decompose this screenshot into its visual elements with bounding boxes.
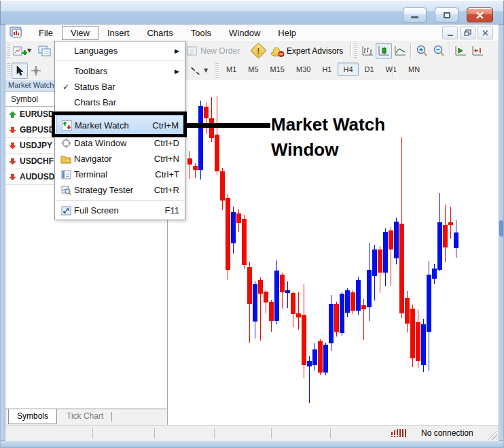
- timeframe-m1[interactable]: M1: [221, 63, 242, 76]
- menu-item-navigator[interactable]: NavigatorCtrl+N: [55, 151, 185, 167]
- scrollbar-thumb[interactable]: [499, 220, 503, 237]
- bar-chart-button[interactable]: [359, 43, 376, 59]
- chart-close-button[interactable]: [478, 27, 493, 39]
- new-chart-button[interactable]: [12, 43, 28, 59]
- new-order-label[interactable]: New Order: [200, 43, 240, 59]
- auto-scroll-button[interactable]: [452, 43, 469, 59]
- minimize-button[interactable]: [403, 7, 427, 22]
- candle-body: [258, 280, 263, 294]
- timeframe-m30[interactable]: M30: [291, 63, 316, 76]
- menu-item-languages[interactable]: Languages▶: [55, 43, 185, 58]
- navigator-icon: [58, 154, 74, 164]
- candle-body: [307, 361, 312, 366]
- symbol-name: AUDUSD: [20, 172, 54, 182]
- close-button[interactable]: [467, 7, 493, 22]
- new-order-button[interactable]: [184, 43, 200, 59]
- menu-charts[interactable]: Charts: [138, 26, 181, 40]
- alert-icon[interactable]: !: [250, 42, 266, 58]
- connection-signal-icon: [391, 429, 408, 438]
- menu-item-toolbars[interactable]: Toolbars▶: [55, 63, 185, 79]
- menu-item-strategy-tester[interactable]: Strategy TesterCtrl+R: [55, 182, 185, 198]
- candle-body: [236, 213, 241, 223]
- menu-tools[interactable]: Tools: [182, 26, 220, 40]
- candle-body: [405, 298, 410, 324]
- timeframe-d1[interactable]: D1: [359, 63, 380, 76]
- menu-view[interactable]: View: [62, 26, 98, 40]
- candle-body: [389, 230, 393, 249]
- new-order-icon: [186, 46, 198, 56]
- zoom-out-button[interactable]: [431, 43, 447, 59]
- menu-item-data-window[interactable]: Data WindowCtrl+D: [55, 135, 185, 151]
- menu-item-label: Charts Bar: [74, 97, 116, 107]
- timeframe-w1[interactable]: W1: [380, 63, 403, 76]
- line-chart-button[interactable]: [392, 43, 408, 59]
- toolbar-drag-handle[interactable]: [354, 43, 357, 58]
- menu-item-charts-bar[interactable]: Charts Bar: [55, 94, 185, 110]
- menu-item-label: Status Bar: [74, 82, 115, 92]
- new-chart-dropdown[interactable]: ▼: [27, 43, 31, 58]
- menu-item-full-screen[interactable]: Full ScreenF11: [55, 203, 185, 218]
- profiles-icon: [38, 46, 52, 56]
- line-chart-icon: [394, 46, 406, 56]
- menu-window[interactable]: Window: [220, 26, 269, 40]
- menu-insert[interactable]: Insert: [98, 26, 139, 40]
- menu-item-label: Strategy Tester: [74, 185, 133, 195]
- status-bar: No connection: [5, 425, 499, 441]
- menu-file[interactable]: File: [30, 26, 62, 40]
- candle-body: [454, 232, 458, 248]
- candle-body: [215, 135, 219, 171]
- title-bar[interactable]: [0, 0, 504, 24]
- candle-wick: [298, 292, 299, 330]
- resize-grip[interactable]: [488, 430, 497, 440]
- candle-body: [340, 294, 344, 333]
- menu-help[interactable]: Help: [269, 26, 305, 40]
- timeframe-h4[interactable]: H4: [338, 63, 358, 76]
- candle-body: [372, 249, 377, 276]
- timeframe-h1[interactable]: H1: [317, 63, 337, 76]
- statusbar-separator: [271, 428, 272, 438]
- menu-separator: [55, 198, 185, 203]
- statusbar-separator: [92, 428, 93, 438]
- tab-symbols[interactable]: Symbols: [8, 409, 57, 424]
- candle-body: [350, 292, 355, 311]
- timeframe-mn[interactable]: MN: [403, 63, 425, 76]
- menu-separator: [55, 58, 185, 63]
- candlestick-chart-button[interactable]: [376, 43, 392, 59]
- tab-tick-chart[interactable]: Tick Chart: [58, 409, 111, 424]
- menu-item-label: Navigator: [74, 154, 112, 164]
- toolbar-drag-handle[interactable]: [7, 63, 10, 78]
- timeframe-m15[interactable]: M15: [265, 63, 290, 76]
- toolbar-drag-handle[interactable]: [7, 43, 10, 58]
- candle-body: [253, 284, 257, 322]
- chart-minimize-button[interactable]: [442, 27, 458, 39]
- arrow-down-icon: [9, 158, 16, 165]
- timeframe-toolbar: M1M5M15M30H1H4D1W1MN: [221, 63, 426, 76]
- indicators-dropdown[interactable]: ▼: [204, 63, 208, 78]
- statusbar-separator: [330, 428, 331, 438]
- maximize-icon: [444, 12, 450, 18]
- submenu-arrow-icon: ▶: [175, 48, 179, 54]
- expert-advisors-button[interactable]: [269, 43, 285, 59]
- indicators-button[interactable]: [187, 63, 204, 79]
- cursor-button[interactable]: [12, 63, 28, 79]
- chart-shift-button[interactable]: [469, 43, 486, 59]
- maximize-button[interactable]: [435, 7, 458, 22]
- annotation-text-line2: Window: [271, 137, 385, 162]
- chart-shift-icon: [471, 46, 484, 56]
- candle-body: [334, 304, 339, 332]
- toolbar-drag-handle[interactable]: [215, 63, 219, 78]
- expert-advisors-label[interactable]: Expert Advisors: [287, 43, 343, 59]
- candle-wick: [287, 281, 288, 308]
- timeframe-m5[interactable]: M5: [242, 63, 264, 76]
- profiles-button[interactable]: [37, 43, 53, 59]
- menu-item-status-bar[interactable]: ✓Status Bar: [55, 79, 185, 94]
- zoom-in-button[interactable]: [414, 43, 430, 59]
- crosshair-button[interactable]: [28, 63, 44, 79]
- candle-body: [274, 271, 279, 321]
- menu-bar: FileViewInsertChartsToolsWindowHelp: [5, 24, 499, 41]
- arrow-down-icon: [9, 173, 16, 181]
- arrow-up-icon: [9, 111, 16, 118]
- toolbar-separator: [393, 63, 393, 77]
- chart-restore-button[interactable]: [460, 27, 475, 39]
- menu-item-terminal[interactable]: TerminalCtrl+T: [55, 167, 185, 182]
